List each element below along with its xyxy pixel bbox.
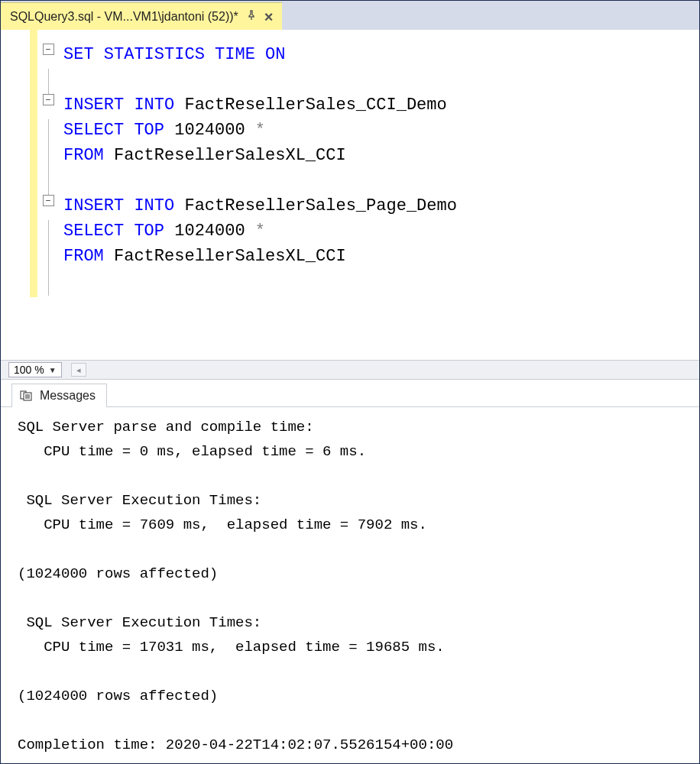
code-line: INSERT INTO FactResellerSales_CCI_Demo bbox=[63, 96, 447, 115]
fold-toggle[interactable]: − bbox=[43, 44, 54, 55]
code-line: SET STATISTICS TIME ON bbox=[63, 45, 285, 64]
code-line: INSERT INTO FactResellerSales_Page_Demo bbox=[63, 196, 457, 215]
document-tab-strip: SQLQuery3.sql - VM...VM1\jdantoni (52))*… bbox=[1, 1, 699, 30]
messages-icon bbox=[20, 390, 34, 401]
code-line: FROM FactResellerSalesXL_CCI bbox=[63, 247, 346, 266]
messages-output[interactable]: SQL Server parse and compile time: CPU t… bbox=[1, 407, 699, 757]
sql-editor[interactable]: − − − SET STATISTICS TIME ON INSERT INTO… bbox=[1, 30, 699, 360]
message-line: SQL Server Execution Times: bbox=[18, 492, 261, 509]
document-tab[interactable]: SQLQuery3.sql - VM...VM1\jdantoni (52))*… bbox=[1, 2, 282, 30]
pin-icon[interactable] bbox=[246, 10, 257, 24]
zoom-dropdown[interactable]: 100 % ▼ bbox=[8, 362, 62, 377]
message-line: Completion time: 2020-04-22T14:02:07.552… bbox=[18, 736, 453, 753]
fold-toggle[interactable]: − bbox=[43, 195, 54, 206]
message-line: (1024000 rows affected) bbox=[18, 688, 218, 704]
editor-window: SQLQuery3.sql - VM...VM1\jdantoni (52))*… bbox=[0, 0, 700, 764]
zoom-value: 100 % bbox=[14, 364, 44, 376]
message-line: SQL Server parse and compile time: bbox=[18, 419, 322, 435]
tab-messages[interactable]: Messages bbox=[11, 384, 107, 407]
code-line: FROM FactResellerSalesXL_CCI bbox=[63, 146, 346, 165]
message-line: CPU time = 17031 ms, elapsed time = 1968… bbox=[18, 639, 445, 656]
code-line: SELECT TOP 1024000 * bbox=[63, 222, 265, 241]
message-line: CPU time = 0 ms, elapsed time = 6 ms. bbox=[18, 443, 366, 460]
code-fold-gutter: − − − bbox=[37, 30, 59, 360]
code-line: SELECT TOP 1024000 * bbox=[63, 121, 265, 140]
chevron-down-icon: ▼ bbox=[49, 366, 57, 374]
zoom-bar: 100 % ▼ ◂ bbox=[1, 360, 699, 380]
results-tab-bar: Messages bbox=[1, 380, 699, 407]
message-line: CPU time = 7609 ms, elapsed time = 7902 … bbox=[18, 516, 427, 533]
close-icon[interactable]: × bbox=[264, 9, 274, 24]
document-tab-title: SQLQuery3.sql - VM...VM1\jdantoni (52))* bbox=[10, 10, 238, 24]
code-text[interactable]: SET STATISTICS TIME ON INSERT INTO FactR… bbox=[59, 30, 457, 360]
fold-toggle[interactable]: − bbox=[43, 94, 54, 105]
message-line: (1024000 rows affected) bbox=[18, 565, 218, 582]
tab-messages-label: Messages bbox=[40, 389, 96, 403]
message-line: SQL Server Execution Times: bbox=[18, 614, 261, 631]
scroll-left-button[interactable]: ◂ bbox=[71, 363, 86, 377]
modified-indicator-bar bbox=[30, 30, 37, 297]
